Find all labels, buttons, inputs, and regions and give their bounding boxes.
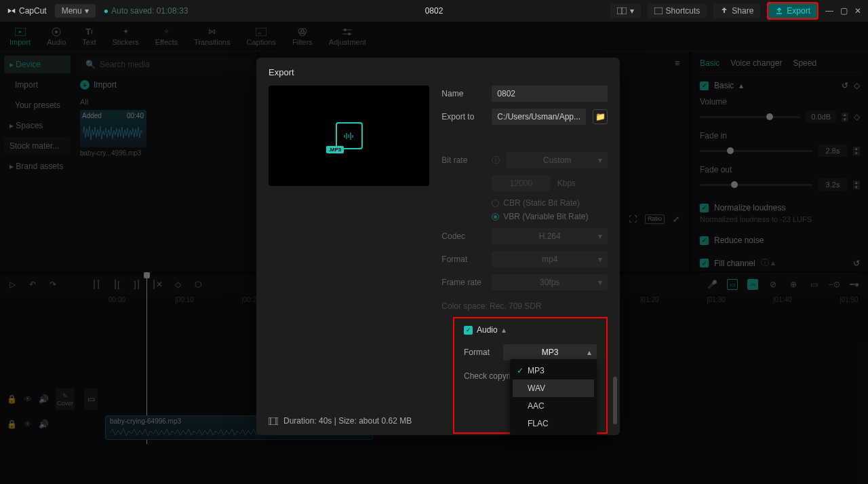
normalize-sub: Normalized loudness to -23 LUFS xyxy=(700,215,860,223)
tab-voice[interactable]: Voice changer xyxy=(730,58,782,68)
volume-slider[interactable] xyxy=(700,116,800,118)
aformat-label: Format xyxy=(464,348,496,357)
vformat-label: Format xyxy=(441,255,485,264)
zoom-out-icon[interactable]: −⊙ xyxy=(829,279,840,290)
fadein-value[interactable]: 2.8s xyxy=(818,145,848,157)
fadeout-label: Fade out xyxy=(700,165,860,174)
opt-wav[interactable]: WAV xyxy=(513,379,594,397)
exportto-path: C:/Users/Usman/App... xyxy=(492,109,586,125)
folder-icon[interactable]: 📁 xyxy=(593,109,608,124)
preview-icon[interactable]: ▭ xyxy=(808,279,819,290)
export-modal: Export .MP3 Name Export to C:/Users/Usma… xyxy=(256,58,620,435)
export-footer: Duration: 40s | Size: about 0.62 MB xyxy=(269,416,412,426)
aformat-select[interactable]: MP3▴ xyxy=(503,344,597,360)
vformat-select[interactable]: mp4▾ xyxy=(492,251,608,267)
keyframe-icon[interactable]: ◇ xyxy=(854,81,860,90)
fill-check[interactable]: ✓ xyxy=(700,259,709,267)
codec-label: Codec xyxy=(441,231,485,241)
vol-down[interactable]: ▾ xyxy=(842,117,848,122)
basic-check[interactable]: ✓ xyxy=(700,81,709,90)
maximize-icon[interactable]: ▢ xyxy=(840,6,848,16)
snap-icon[interactable]: ⊕ xyxy=(788,279,799,290)
vol-up[interactable]: ▴ xyxy=(842,113,848,117)
topbar: CapCut Menu▾ ●Auto saved: 01:08:33 0802 … xyxy=(0,0,868,22)
fill-reset-icon[interactable]: ↺ xyxy=(853,259,860,268)
inspector-panel: Basic Voice changer Speed ✓ Basic▴ ↺ ◇ V… xyxy=(692,52,868,272)
volume-value[interactable]: 0.0dB xyxy=(806,111,836,123)
exportto-label: Export to xyxy=(441,112,485,122)
kbps-input[interactable]: 12000 xyxy=(492,175,550,191)
film-icon xyxy=(269,417,278,425)
autosave-status: ●Auto saved: 01:08:33 xyxy=(104,6,189,16)
export-preview: .MP3 xyxy=(269,86,429,186)
fps-select[interactable]: 30fps▾ xyxy=(492,274,608,291)
normalize-check[interactable]: ✓ xyxy=(700,204,709,212)
colorspace-text: Color space: Rec. 709 SDR xyxy=(441,301,608,311)
volume-label: Volume xyxy=(700,97,860,107)
opt-flac[interactable]: FLAC xyxy=(513,415,594,432)
minimize-icon[interactable]: — xyxy=(825,6,833,16)
mp3-file-icon xyxy=(336,122,363,149)
magnet-icon[interactable]: ⎓ xyxy=(747,279,758,290)
opt-aac[interactable]: AAC xyxy=(513,397,594,415)
export-button[interactable]: Export xyxy=(767,2,818,20)
auto-button[interactable]: ▭ xyxy=(727,279,738,290)
tab-speed[interactable]: Speed xyxy=(793,58,816,68)
fadein-slider[interactable] xyxy=(700,150,812,152)
codec-select[interactable]: H.264▾ xyxy=(492,228,608,244)
svg-rect-20 xyxy=(269,417,278,425)
mic-icon[interactable]: 🎤 xyxy=(707,279,717,290)
vbr-radio[interactable]: VBR (Variable Bit Rate) xyxy=(492,212,588,221)
format-dropdown: ✓MP3 WAV AAC FLAC xyxy=(510,359,597,435)
audio-export-section: ✓ Audio ▴ Format MP3▴ Check copyrig ✓MP3… xyxy=(453,317,608,434)
export-title: Export xyxy=(269,67,608,77)
opt-mp3[interactable]: ✓MP3 xyxy=(513,362,594,379)
bitrate-label: Bit rate xyxy=(441,155,485,165)
fadeout-value[interactable]: 3.2s xyxy=(818,179,848,191)
audio-check[interactable]: ✓ xyxy=(464,326,473,335)
close-icon[interactable]: ✕ xyxy=(854,6,861,16)
project-title: 0802 xyxy=(425,6,443,16)
fadein-label: Fade in xyxy=(700,131,860,141)
menu-button[interactable]: Menu▾ xyxy=(55,4,96,18)
fps-label: Frame rate xyxy=(441,278,485,287)
reset-icon[interactable]: ↺ xyxy=(842,81,848,90)
share-button[interactable]: Share xyxy=(713,3,760,18)
link-icon[interactable]: ⊘ xyxy=(768,279,778,290)
bitrate-select[interactable]: Custom▾ xyxy=(507,152,608,168)
zoom-slider[interactable]: ━● xyxy=(849,279,860,290)
vol-keyframe-icon[interactable]: ◇ xyxy=(854,112,860,122)
name-input[interactable] xyxy=(492,86,608,102)
cbr-radio[interactable]: CBR (Static Bit Rate) xyxy=(492,198,580,208)
reduce-check[interactable]: ✓ xyxy=(700,236,709,245)
layout-button[interactable]: ▾ xyxy=(610,3,641,18)
svg-rect-2 xyxy=(654,7,663,14)
app-logo: CapCut xyxy=(7,6,47,16)
shortcuts-button[interactable]: Shortcuts xyxy=(648,3,707,18)
fadeout-slider[interactable] xyxy=(700,184,812,186)
name-label: Name xyxy=(441,89,485,98)
modal-scrollbar[interactable] xyxy=(613,377,617,424)
tab-basic[interactable]: Basic xyxy=(700,58,719,68)
